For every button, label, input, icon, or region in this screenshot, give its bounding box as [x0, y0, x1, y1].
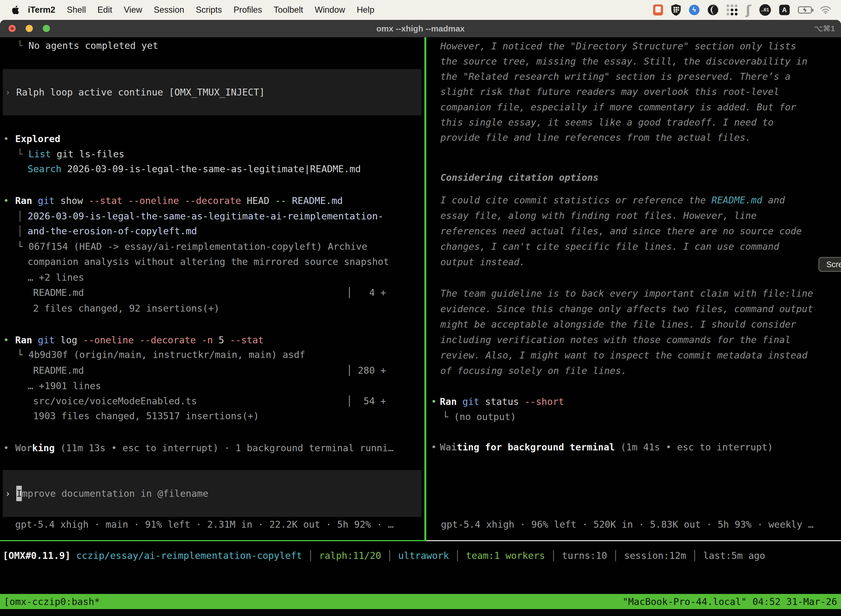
- text-segment: including verification notes with those …: [440, 332, 791, 348]
- reasoning-text: essay file, along with finding root file…: [440, 208, 757, 223]
- window-title-bar[interactable]: omx --xhigh --madmax ⌥⌘1: [0, 20, 841, 37]
- text-segment: companion file, especially if more comme…: [440, 99, 796, 115]
- text-segment: mprove documentation in @filename: [22, 486, 208, 501]
- text-segment: cczip/essay/ai-reimplementation-copyleft: [76, 548, 302, 563]
- screen-sharing-icon[interactable]: [653, 4, 663, 15]
- bullet: •: [3, 193, 9, 208]
- text-segment: Ran: [15, 332, 32, 348]
- menu-item-help[interactable]: Help: [351, 5, 380, 15]
- bullet: •: [431, 394, 437, 409]
- input-source-icon[interactable]: A: [779, 5, 790, 15]
- text-segment: 4b9d30f (origin/main, instructkr/main, m…: [28, 347, 305, 362]
- ran-git-status-command: Ran git status --short: [440, 394, 564, 409]
- menu-item-view[interactable]: View: [118, 5, 148, 15]
- menu-bar: iTerm2ShellEditViewSessionScriptsProfile…: [0, 0, 841, 20]
- text-segment: Ralph loop active continue [OMX_TMUX_INJ…: [16, 84, 265, 100]
- battery-icon[interactable]: ϟ: [798, 6, 812, 13]
- text-segment: I could cite commit statistics or refere…: [440, 192, 712, 208]
- text-segment: --stat --oneline --decorate: [89, 193, 241, 208]
- text-segment: --short: [525, 394, 564, 409]
- text-segment: 067f154 (HEAD -> essay/ai-reimplementati…: [28, 239, 367, 254]
- stat-summary: 1903 files changed, 513517 insertions(+): [33, 408, 259, 424]
- stat-count: │ 4 +: [347, 285, 386, 300]
- text-segment: Wai: [440, 439, 457, 455]
- working-status-line: Working (11m 13s • esc to interrupt) · 1…: [15, 440, 394, 456]
- text-segment: 2026-03-09-is-legal-the-same-as-legitima…: [62, 161, 361, 177]
- prompt-input-left[interactable]: › Improve documentation in @filename: [3, 470, 422, 517]
- menu-item-toolbelt[interactable]: Toolbelt: [268, 5, 309, 15]
- sync-badge-icon[interactable]: ϟ: [689, 5, 699, 15]
- ran-git-show-command: Ran git show --stat --oneline --decorate…: [15, 193, 343, 208]
- wifi-icon[interactable]: [820, 6, 831, 14]
- menu-item-iterm2[interactable]: iTerm2: [22, 5, 61, 15]
- text-segment: Considering citation options: [440, 170, 598, 185]
- apple-logo-icon[interactable]: [12, 6, 19, 14]
- truncation-line: … +1901 lines: [28, 378, 101, 393]
- text-segment: gpt-5.4 xhigh · main · 91% left · 2.31M …: [15, 517, 393, 532]
- text-segment: ›: [5, 84, 16, 100]
- text-segment: show: [55, 193, 89, 208]
- stat-count: │ 54 +: [347, 393, 386, 409]
- command-wrap-line: 2026-03-09-is-legal-the-same-as-legitima…: [28, 208, 384, 224]
- iterm2-window: omx --xhigh --madmax ⌥⌘1 › Ralph loop ac…: [0, 20, 841, 616]
- battery-percent-icon[interactable]: ..61: [759, 4, 771, 16]
- text-segment: git: [463, 394, 479, 409]
- pane-divider[interactable]: [424, 37, 426, 540]
- menu-item-shell[interactable]: Shell: [61, 5, 92, 15]
- text-segment: Ran: [15, 193, 32, 208]
- browser-crescent-icon[interactable]: [708, 5, 718, 15]
- text-segment: the "Related research writing" section i…: [440, 69, 791, 84]
- omx-status-line: [OMX#0.11.9] cczip/essay/ai-reimplementa…: [3, 548, 765, 563]
- text-segment: README.md: [33, 285, 84, 300]
- reasoning-text: this single essay, it seems like a good …: [440, 114, 774, 130]
- text-segment: session:12m: [624, 548, 686, 563]
- commit-line: └ 4b9d30f (origin/main, instructkr/main,…: [17, 347, 305, 362]
- reasoning-text: I could cite commit statistics or refere…: [440, 192, 785, 208]
- text-segment: 2 files changed, 92 insertions(+): [33, 301, 220, 316]
- commit-line-wrap: companion analysis without altering the …: [28, 254, 389, 269]
- reasoning-text: references need actual files, and since …: [440, 223, 802, 239]
- menu-item-edit[interactable]: Edit: [92, 5, 118, 15]
- security-shield-icon[interactable]: [671, 4, 681, 16]
- tmux-pane-left[interactable]: › Ralph loop active continue [OMX_TMUX_I…: [0, 37, 424, 540]
- app-grid-icon[interactable]: [727, 4, 737, 15]
- text-segment: --stat: [230, 332, 264, 348]
- text-segment: log: [55, 332, 83, 348]
- reasoning-text: slight risk that future readers may over…: [440, 84, 779, 99]
- stat-count: │ 280 +: [347, 363, 386, 378]
- agents-status-line: └ No agents completed yet: [17, 38, 158, 53]
- text-segment: --: [275, 193, 286, 208]
- hook-utility-icon[interactable]: ʃ: [746, 3, 751, 18]
- menu-item-window[interactable]: Window: [309, 5, 351, 15]
- text-segment: [OMX#0.11.9]: [3, 548, 70, 563]
- text-segment: │: [17, 223, 23, 239]
- text-segment: [286, 193, 292, 208]
- menu-item-profiles[interactable]: Profiles: [228, 5, 268, 15]
- stat-file: README.md: [33, 363, 84, 378]
- text-segment: │ 280 +: [347, 363, 386, 378]
- reasoning-text: review. Also, I might want to inspect th…: [440, 348, 807, 363]
- menu-item-session[interactable]: Session: [148, 5, 190, 15]
- ralph-loop-banner[interactable]: › Ralph loop active continue [OMX_TMUX_I…: [3, 69, 422, 115]
- text-segment: (no output): [454, 409, 516, 424]
- text-segment: git ls-files: [51, 146, 125, 162]
- text-segment: team:1 workers: [466, 548, 545, 563]
- reasoning-text: including verification notes with those …: [440, 332, 791, 348]
- tmux-pane-right[interactable]: › Improve documentation in @filename How…: [426, 37, 841, 540]
- text-segment: and-the-erosion-of-copyleft.md: [28, 223, 197, 239]
- reasoning-text: might be acceptable alongside the file l…: [440, 317, 796, 332]
- reasoning-text: changes, I can't cite specific file line…: [440, 239, 779, 254]
- reasoning-text: companion file, especially if more comme…: [440, 99, 796, 115]
- text-segment: provide file and line references from th…: [440, 130, 751, 145]
- text-segment: companion analysis without altering the …: [28, 254, 389, 269]
- text-segment: review. Also, I might want to inspect th…: [440, 348, 807, 363]
- tree-guide: │: [17, 223, 23, 239]
- bullet: •: [3, 131, 9, 147]
- stat-file: src/voice/voiceModeEnabled.ts: [33, 393, 197, 409]
- text-segment: turns:10: [562, 548, 607, 563]
- text-segment: evidence. Since this change only affects…: [440, 301, 813, 317]
- explored-list-line: └ List git ls-files: [17, 146, 125, 162]
- tooltip-label: Scre: [826, 260, 841, 269]
- screen-notification-tooltip[interactable]: Scre: [818, 257, 841, 272]
- menu-item-scripts[interactable]: Scripts: [190, 5, 228, 15]
